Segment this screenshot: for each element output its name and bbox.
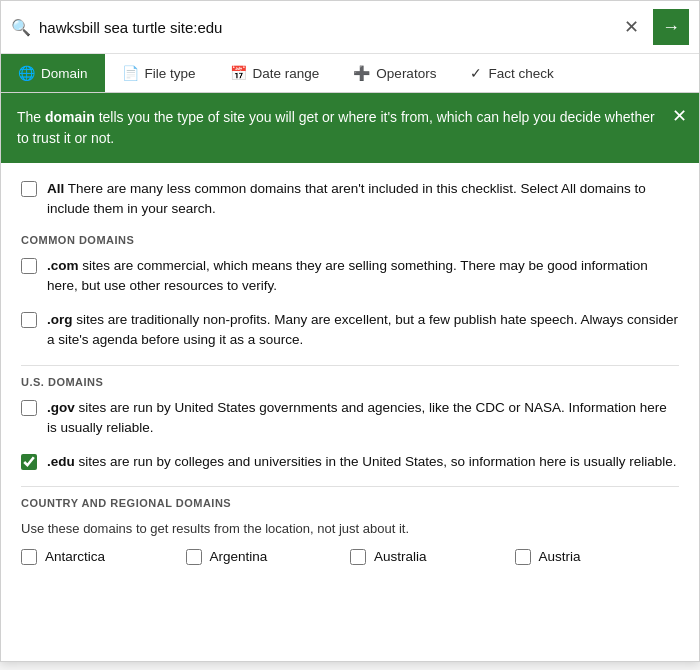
country-section-desc: Use these domains to get results from th… xyxy=(21,519,679,539)
tab-operators[interactable]: ➕ Operators xyxy=(336,54,453,92)
tab-domain-label: Domain xyxy=(41,66,88,81)
antarctica-label: Antarctica xyxy=(45,549,105,564)
search-bar: 🔍 hawksbill sea turtle site:edu ✕ → xyxy=(1,1,699,54)
austria-checkbox[interactable] xyxy=(515,549,531,565)
australia-checkbox[interactable] xyxy=(350,549,366,565)
edu-label: .edu sites are run by colleges and unive… xyxy=(47,452,677,472)
operators-tab-icon: ➕ xyxy=(353,65,370,81)
argentina-checkbox[interactable] xyxy=(186,549,202,565)
tab-filetype-label: File type xyxy=(145,66,196,81)
info-banner: The domain tells you the type of site yo… xyxy=(1,93,699,163)
com-label: .com sites are commercial, which means t… xyxy=(47,256,679,297)
com-option-row: .com sites are commercial, which means t… xyxy=(21,256,679,297)
search-icon: 🔍 xyxy=(11,18,31,37)
divider-2 xyxy=(21,486,679,487)
com-checkbox[interactable] xyxy=(21,258,37,274)
tab-domain[interactable]: 🌐 Domain xyxy=(1,54,105,92)
antarctica-checkbox[interactable] xyxy=(21,549,37,565)
country-section-label: COUNTRY AND REGIONAL DOMAINS xyxy=(21,497,679,509)
banner-close-button[interactable]: ✕ xyxy=(672,103,687,130)
divider-1 xyxy=(21,365,679,366)
gov-option-row: .gov sites are run by United States gove… xyxy=(21,398,679,439)
clear-icon[interactable]: ✕ xyxy=(618,14,645,40)
daterange-tab-icon: 📅 xyxy=(230,65,247,81)
tab-daterange-label: Date range xyxy=(253,66,320,81)
common-domains-label: COMMON DOMAINS xyxy=(21,234,679,246)
country-item-antarctica: Antarctica xyxy=(21,549,186,565)
banner-text-after: tells you the type of site you will get … xyxy=(17,109,655,146)
tab-filetype[interactable]: 📄 File type xyxy=(105,54,213,92)
australia-label: Australia xyxy=(374,549,427,564)
gov-checkbox[interactable] xyxy=(21,400,37,416)
banner-text-before: The xyxy=(17,109,45,125)
edu-checkbox[interactable] xyxy=(21,454,37,470)
factcheck-tab-icon: ✓ xyxy=(470,65,482,81)
tabs-row: 🌐 Domain 📄 File type 📅 Date range ➕ Oper… xyxy=(1,54,699,93)
tab-operators-label: Operators xyxy=(376,66,436,81)
org-checkbox[interactable] xyxy=(21,312,37,328)
all-option-row: All There are many less common domains t… xyxy=(21,179,679,220)
all-label: All There are many less common domains t… xyxy=(47,179,679,220)
org-option-row: .org sites are traditionally non-profits… xyxy=(21,310,679,351)
all-checkbox[interactable] xyxy=(21,181,37,197)
main-container: 🔍 hawksbill sea turtle site:edu ✕ → 🌐 Do… xyxy=(0,0,700,662)
country-row: Antarctica Argentina Australia Austria xyxy=(21,549,679,565)
org-label: .org sites are traditionally non-profits… xyxy=(47,310,679,351)
country-item-argentina: Argentina xyxy=(186,549,351,565)
tab-factcheck-label: Fact check xyxy=(488,66,553,81)
domain-tab-icon: 🌐 xyxy=(18,65,35,81)
banner-bold: domain xyxy=(45,109,95,125)
country-item-australia: Australia xyxy=(350,549,515,565)
country-item-austria: Austria xyxy=(515,549,680,565)
gov-label: .gov sites are run by United States gove… xyxy=(47,398,679,439)
tab-factcheck[interactable]: ✓ Fact check xyxy=(453,54,570,92)
search-input[interactable]: hawksbill sea turtle site:edu xyxy=(39,19,610,36)
search-go-button[interactable]: → xyxy=(653,9,689,45)
content-area: All There are many less common domains t… xyxy=(1,163,699,661)
argentina-label: Argentina xyxy=(210,549,268,564)
tab-daterange[interactable]: 📅 Date range xyxy=(213,54,337,92)
edu-option-row: .edu sites are run by colleges and unive… xyxy=(21,452,679,472)
us-domains-label: U.S. DOMAINS xyxy=(21,376,679,388)
filetype-tab-icon: 📄 xyxy=(122,65,139,81)
austria-label: Austria xyxy=(539,549,581,564)
